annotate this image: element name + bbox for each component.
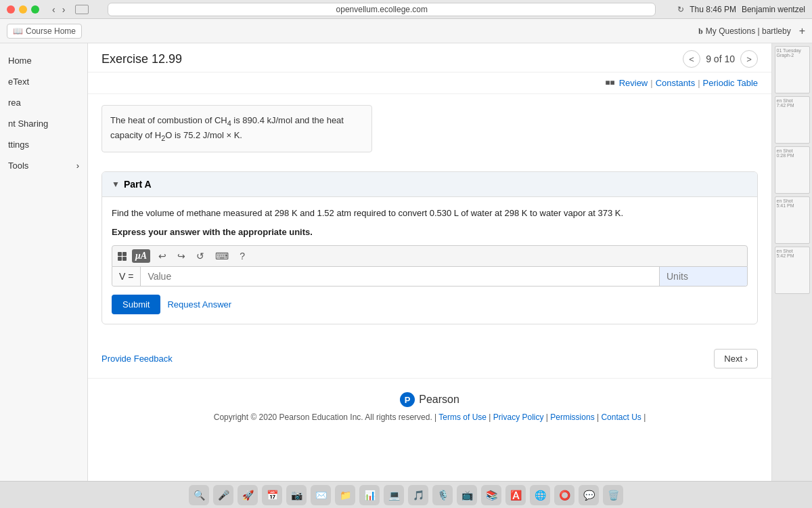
dock-siri[interactable]: 🎤 — [213, 485, 233, 505]
dock-books[interactable]: 📚 — [481, 485, 501, 505]
next-button[interactable]: Next › — [714, 349, 758, 368]
bartleby-icon: 𝐛 — [698, 26, 703, 36]
help-button[interactable]: ? — [237, 249, 248, 263]
next-label: Next › — [724, 354, 748, 364]
new-tab-button[interactable]: + — [799, 25, 805, 37]
dock-finder[interactable]: 🔍 — [189, 485, 209, 505]
sidebar-item-etext[interactable]: eText — [0, 71, 87, 92]
course-home-button[interactable]: 📖 Course Home — [7, 24, 82, 39]
permissions-link[interactable]: Permissions — [550, 412, 594, 422]
username: Benjamin wentzel — [742, 5, 805, 14]
dock-app1[interactable]: 💻 — [384, 485, 404, 505]
chevron-right-icon: › — [76, 161, 79, 171]
review-bar: ■■ Review | Constants | Periodic Table — [88, 72, 771, 94]
sidebar-item-tools[interactable]: Tools › — [0, 155, 87, 176]
v-label: V = — [112, 267, 141, 286]
dock-music[interactable]: 🎵 — [408, 485, 428, 505]
main-layout: Home eText rea nt Sharing ttings Tools ›… — [0, 43, 812, 481]
browser-nav[interactable]: ‹ › — [50, 4, 67, 15]
part-a-section: ▼ Part A Find the volume of methane meas… — [102, 171, 758, 325]
refresh-button[interactable]: ↺ — [194, 249, 207, 263]
thumbnail-5[interactable]: en Shot 5:42 PM — [775, 247, 810, 294]
book-icon: 📖 — [13, 26, 23, 36]
next-page-button[interactable]: > — [740, 50, 758, 68]
review-link[interactable]: Review — [619, 78, 648, 88]
dock-launchpad[interactable]: 🚀 — [238, 485, 258, 505]
dock-appstore[interactable]: 🅰️ — [505, 485, 526, 505]
sidebar-item-home[interactable]: Home — [0, 50, 87, 71]
undo-button[interactable]: ↩ — [156, 249, 169, 263]
pagination: < 9 of 10 > — [683, 50, 758, 68]
pearson-circle-icon: P — [400, 392, 415, 407]
sidebar: Home eText rea nt Sharing ttings Tools › — [0, 43, 88, 481]
back-button[interactable]: ‹ — [50, 4, 58, 15]
contact-link[interactable]: Contact Us — [601, 412, 641, 422]
prev-page-button[interactable]: < — [683, 50, 700, 68]
dock-mail[interactable]: ✉️ — [311, 485, 331, 505]
express-note: Express your answer with the appropriate… — [112, 227, 748, 237]
dock-tv[interactable]: 📺 — [457, 485, 477, 505]
total-pages: 10 — [724, 54, 735, 64]
part-a-label: Part A — [124, 179, 152, 190]
my-questions-link[interactable]: 𝐛 My Questions | bartleby — [698, 26, 790, 36]
title-bar: ‹ › openvellum.ecollege.com ↻ Thu 8:46 P… — [0, 0, 812, 19]
copyright-text: Copyright © 2020 Pearson Education Inc. … — [214, 412, 432, 422]
answer-toolbar: μA ↩ ↪ ↺ ⌨ ? — [112, 245, 748, 267]
part-toggle-icon[interactable]: ▼ — [112, 179, 120, 189]
maximize-dot[interactable] — [31, 5, 39, 14]
window-controls[interactable] — [7, 5, 39, 14]
sidebar-item-settings[interactable]: ttings — [0, 134, 87, 155]
redo-button[interactable]: ↪ — [175, 249, 188, 263]
matrix-icon[interactable] — [118, 252, 127, 261]
tab-icon — [75, 5, 89, 14]
units-input[interactable] — [659, 267, 747, 286]
dock-podcasts[interactable]: 🎙️ — [432, 485, 453, 505]
thumbnail-3[interactable]: en Shot 0:28 PM — [775, 146, 810, 194]
request-answer-link[interactable]: Request Answer — [167, 299, 231, 310]
url-text: openvellum.ecollege.com — [336, 5, 428, 14]
mu-button[interactable]: μA — [132, 249, 150, 263]
forward-button[interactable]: › — [60, 4, 68, 15]
value-input[interactable] — [141, 267, 659, 286]
part-a-header: ▼ Part A — [102, 172, 757, 197]
bottom-row: Provide Feedback Next › — [88, 339, 771, 378]
sidebar-item-sharing[interactable]: nt Sharing — [0, 113, 87, 134]
sidebar-item-rea[interactable]: rea — [0, 92, 87, 113]
page-header: Exercise 12.99 < 9 of 10 > — [88, 43, 771, 72]
dock-calendar[interactable]: 📅 — [262, 485, 282, 505]
footer-links: Copyright © 2020 Pearson Education Inc. … — [102, 412, 758, 422]
dock-discord[interactable]: 💬 — [579, 485, 599, 505]
periodic-table-link[interactable]: Periodic Table — [703, 78, 758, 88]
thumbnail-4[interactable]: en Shot 5:41 PM — [775, 196, 810, 244]
pearson-name: Pearson — [419, 394, 459, 406]
thumbnail-2[interactable]: en Shot 7:42 PM — [775, 96, 810, 144]
constants-link[interactable]: Constants — [656, 78, 696, 88]
context-text: The heat of combustion of CH4 is 890.4 k… — [102, 105, 372, 152]
provide-feedback-link[interactable]: Provide Feedback — [102, 354, 173, 364]
dock-photos[interactable]: 📷 — [286, 485, 307, 505]
privacy-link[interactable]: Privacy Policy — [493, 412, 544, 422]
part-a-body: Find the volume of methane measured at 2… — [102, 197, 757, 324]
keyboard-button[interactable]: ⌨ — [212, 249, 231, 263]
context-panel: The heat of combustion of CH4 is 890.4 k… — [88, 94, 386, 163]
minimize-dot[interactable] — [19, 5, 27, 14]
action-buttons: Submit Request Answer — [112, 295, 748, 314]
close-dot[interactable] — [7, 5, 15, 14]
thumbnail-1[interactable]: 01 Tuesday Graph-2 — [775, 46, 810, 93]
right-panel: 01 Tuesday Graph-2 en Shot 7:42 PM en Sh… — [771, 43, 812, 481]
submit-button[interactable]: Submit — [112, 295, 160, 314]
refresh-button[interactable]: ↻ — [677, 5, 684, 14]
dock-files[interactable]: 📁 — [335, 485, 355, 505]
current-page: 9 — [706, 54, 711, 64]
dock-charts[interactable]: 📊 — [359, 485, 380, 505]
pearson-logo: P Pearson — [102, 392, 758, 407]
address-bar[interactable]: openvellum.ecollege.com — [108, 3, 656, 16]
page-counter: 9 of 10 — [706, 54, 735, 64]
terms-link[interactable]: Terms of Use — [438, 412, 487, 422]
content-area: Exercise 12.99 < 9 of 10 > ■■ Review | C… — [88, 43, 771, 481]
dock-safari[interactable]: 🌐 — [530, 485, 550, 505]
dock-chrome[interactable]: ⭕ — [554, 485, 574, 505]
exercise-title: Exercise 12.99 — [102, 52, 182, 66]
dock-trash[interactable]: 🗑️ — [603, 485, 623, 505]
dock: 🔍 🎤 🚀 📅 📷 ✉️ 📁 📊 💻 🎵 🎙️ 📺 📚 🅰️ 🌐 ⭕ 💬 🗑️ — [0, 481, 812, 508]
